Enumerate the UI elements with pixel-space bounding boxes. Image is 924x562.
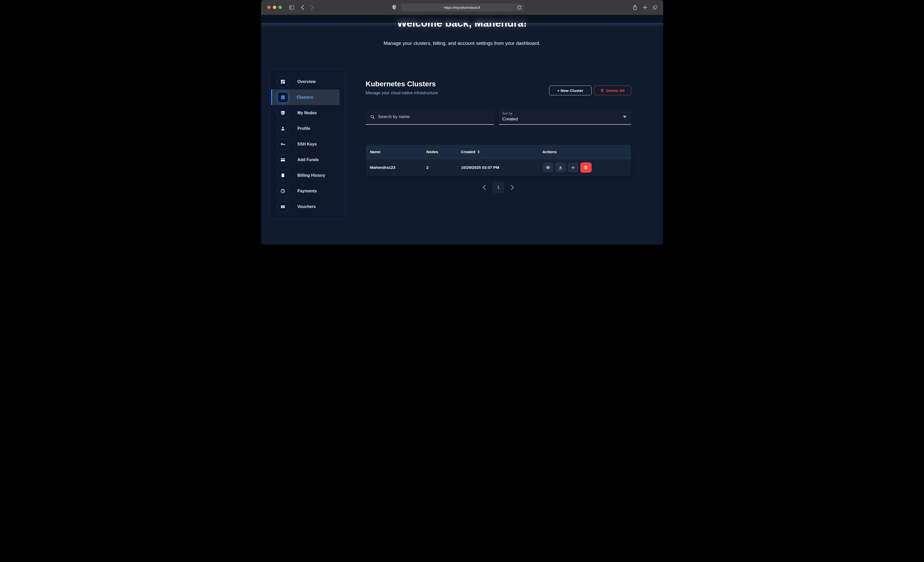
chevron-down-icon bbox=[623, 116, 627, 118]
clock-icon bbox=[278, 186, 288, 196]
sidebar-toggle-icon[interactable] bbox=[288, 4, 296, 11]
page-title: Kubernetes Clusters bbox=[366, 80, 436, 88]
next-page-button[interactable] bbox=[509, 184, 516, 191]
sidebar-item-label: Overview bbox=[297, 79, 316, 84]
sidebar-item-label: Billing History bbox=[297, 173, 325, 178]
sidebar-item-label: My Nodes bbox=[297, 111, 317, 115]
sort-label: Sort by bbox=[502, 112, 513, 115]
nodes-icon bbox=[278, 108, 288, 118]
cell-node-count: 2 bbox=[426, 159, 429, 176]
column-header-name: Name bbox=[370, 145, 381, 159]
user-icon bbox=[278, 123, 288, 134]
sidebar-item-add-funds[interactable]: Add Funds bbox=[270, 152, 345, 167]
column-header-nodes: Nodes bbox=[426, 145, 438, 159]
reload-icon[interactable] bbox=[517, 5, 522, 10]
ticket-icon bbox=[278, 201, 288, 212]
overview-icon bbox=[278, 76, 288, 87]
forward-button[interactable] bbox=[309, 4, 316, 11]
search-field bbox=[366, 109, 494, 125]
sort-value: Created bbox=[502, 117, 518, 122]
top-header-band bbox=[261, 15, 663, 23]
new-tab-icon[interactable] bbox=[641, 4, 649, 11]
table-header-row: Name Nodes Created ↕ Actions bbox=[366, 145, 631, 159]
sidebar-item-billing-history[interactable]: Billing History bbox=[270, 167, 345, 183]
privacy-shield-icon[interactable] bbox=[392, 4, 396, 11]
delete-all-button[interactable]: Delete All bbox=[594, 85, 631, 95]
download-kubeconfig-button[interactable] bbox=[555, 162, 566, 173]
key-icon bbox=[278, 139, 288, 149]
column-header-created[interactable]: Created ↕ bbox=[461, 145, 480, 159]
sidebar-item-ssh-keys[interactable]: SSH Keys bbox=[270, 136, 345, 152]
sidebar-item-payments[interactable]: Payments bbox=[270, 183, 345, 199]
browser-window: https://myceliumcloud.tf Welcome back, M… bbox=[261, 0, 663, 245]
minimize-window-button[interactable] bbox=[273, 6, 276, 9]
credit-card-icon bbox=[278, 154, 288, 165]
page-subtitle: Manage your cloud-native infrastructure bbox=[366, 91, 438, 95]
eye-icon bbox=[546, 165, 550, 170]
delete-all-label: Delete All bbox=[606, 88, 625, 93]
previous-page-button[interactable] bbox=[481, 184, 488, 191]
clusters-icon bbox=[278, 92, 288, 103]
sidebar-nav: Overview Clusters bbox=[269, 69, 345, 219]
chevron-right-icon bbox=[511, 185, 514, 190]
screenshot-stage: https://myceliumcloud.tf Welcome back, M… bbox=[261, 0, 663, 245]
sidebar-item-label: Profile bbox=[297, 126, 310, 131]
view-cluster-button[interactable] bbox=[543, 162, 554, 173]
column-header-actions: Actions bbox=[543, 145, 557, 159]
sidebar-item-overview[interactable]: Overview bbox=[270, 74, 345, 90]
dashboard-page: Welcome back, Mahendra! Welcome back, Ma… bbox=[261, 15, 663, 245]
table-row: Mahendra123 2 10/29/2025 03:07 PM bbox=[366, 159, 631, 176]
browser-toolbar: https://myceliumcloud.tf bbox=[261, 0, 663, 15]
chevron-left-icon bbox=[482, 185, 486, 190]
zoom-window-button[interactable] bbox=[279, 6, 282, 9]
sidebar-item-my-nodes[interactable]: My Nodes bbox=[270, 105, 345, 121]
sidebar-item-clusters[interactable]: Clusters bbox=[271, 90, 339, 105]
search-icon bbox=[370, 115, 375, 120]
receipt-icon bbox=[278, 170, 288, 181]
new-cluster-button[interactable]: + New Cluster bbox=[549, 85, 592, 95]
trash-icon bbox=[584, 165, 588, 170]
sidebar-item-label: Payments bbox=[297, 189, 317, 193]
delete-cluster-button[interactable] bbox=[580, 162, 592, 173]
add-node-button[interactable] bbox=[568, 162, 579, 173]
tab-overview-icon[interactable] bbox=[651, 4, 659, 11]
back-button[interactable] bbox=[299, 4, 306, 11]
address-bar[interactable]: https://myceliumcloud.tf bbox=[400, 4, 524, 11]
sidebar-item-profile[interactable]: Profile bbox=[270, 121, 345, 136]
sidebar-item-label: Add Funds bbox=[297, 157, 319, 162]
cell-created-date: 10/29/2025 03:07 PM bbox=[461, 159, 500, 176]
welcome-subtitle: Manage your clusters, billing, and accou… bbox=[261, 40, 663, 46]
share-icon[interactable] bbox=[631, 4, 639, 11]
trash-icon bbox=[600, 88, 604, 93]
sort-dropdown[interactable]: Sort by Created bbox=[499, 109, 631, 125]
close-window-button[interactable] bbox=[267, 6, 270, 9]
sidebar-item-label: SSH Keys bbox=[297, 142, 317, 146]
sidebar-item-label: Vouchers bbox=[297, 205, 316, 209]
pagination: 1 bbox=[366, 182, 631, 193]
row-actions bbox=[543, 162, 592, 173]
search-input[interactable] bbox=[378, 114, 490, 120]
sidebar-item-label: Clusters bbox=[297, 95, 313, 100]
url-text: https://myceliumcloud.tf bbox=[444, 6, 480, 9]
sort-arrows-icon: ↕ bbox=[477, 150, 480, 154]
cell-cluster-name: Mahendra123 bbox=[370, 159, 396, 176]
clusters-table: Name Nodes Created ↕ Actions Mahendra123… bbox=[366, 145, 631, 176]
download-icon bbox=[558, 166, 562, 170]
sidebar-item-vouchers[interactable]: Vouchers bbox=[270, 199, 345, 214]
page-number-button[interactable]: 1 bbox=[493, 182, 504, 193]
plus-icon bbox=[571, 166, 575, 170]
